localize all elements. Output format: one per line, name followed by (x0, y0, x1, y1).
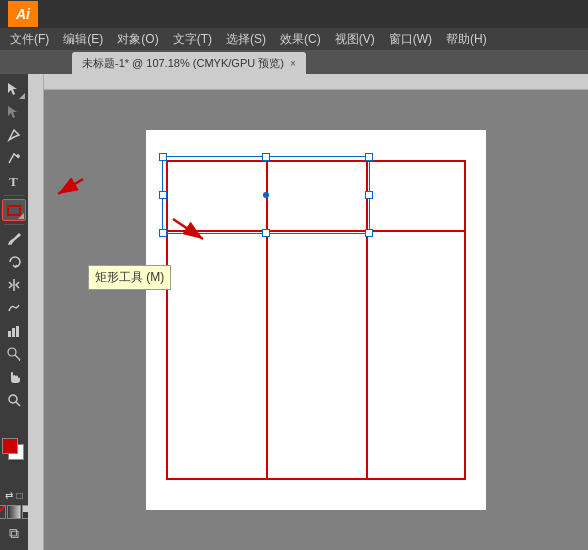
menu-edit[interactable]: 编辑(E) (57, 29, 109, 50)
menu-help[interactable]: 帮助(H) (440, 29, 493, 50)
separator-1 (4, 195, 24, 196)
gradient-icon[interactable] (7, 505, 21, 519)
direct-selection-tool[interactable] (2, 101, 26, 123)
left-toolbar: T (0, 74, 28, 550)
handle-tr[interactable] (365, 153, 373, 161)
tab-title: 未标题-1* @ 107.18% (CMYK/GPU 预览) (82, 56, 284, 71)
svg-rect-5 (8, 331, 11, 337)
tab-bar: 未标题-1* @ 107.18% (CMYK/GPU 预览) × (0, 50, 588, 74)
canvas-area: /* ruler lines */ (28, 74, 588, 550)
tab-close-button[interactable]: × (290, 58, 296, 69)
handle-tc[interactable] (262, 153, 270, 161)
paintbrush-tool[interactable] (2, 228, 26, 250)
menu-select[interactable]: 选择(S) (220, 29, 272, 50)
svg-rect-6 (12, 328, 15, 337)
svg-point-8 (8, 348, 16, 356)
none-fill-icon[interactable] (0, 505, 6, 519)
handle-tl[interactable] (159, 153, 167, 161)
title-bar: Ai (0, 0, 588, 28)
graph-tool[interactable] (2, 320, 26, 342)
add-anchor-tool[interactable] (2, 147, 26, 169)
type-tool[interactable]: T (2, 170, 26, 192)
reflect-tool[interactable] (2, 274, 26, 296)
swatch-container (2, 438, 26, 466)
arrange-layer-icon[interactable]: ⧉ (9, 525, 19, 542)
pen-tool[interactable] (2, 124, 26, 146)
handle-bl[interactable] (159, 229, 167, 237)
main-layout: T (0, 74, 588, 550)
svg-line-12 (16, 402, 20, 406)
menu-file[interactable]: 文件(F) (4, 29, 55, 50)
hand-tool[interactable] (2, 366, 26, 388)
artboard (146, 130, 486, 510)
ruler-top: /* ruler lines */ (28, 74, 588, 90)
selection-tool[interactable] (2, 78, 26, 100)
swap-colors-icon[interactable]: ⇄ (5, 490, 13, 501)
warp-tool[interactable] (2, 297, 26, 319)
ai-logo: Ai (8, 1, 38, 27)
foreground-color-swatch[interactable] (2, 438, 18, 454)
svg-text:T: T (9, 174, 18, 189)
svg-point-11 (9, 395, 17, 403)
menu-bar: 文件(F) 编辑(E) 对象(O) 文字(T) 选择(S) 效果(C) 视图(V… (0, 28, 588, 50)
ruler-left (28, 74, 44, 550)
canvas-background[interactable] (44, 90, 588, 550)
center-point (263, 192, 269, 198)
rectangle-tool[interactable] (2, 199, 26, 221)
menu-text[interactable]: 文字(T) (167, 29, 218, 50)
active-tab[interactable]: 未标题-1* @ 107.18% (CMYK/GPU 预览) × (72, 52, 306, 74)
handle-mr[interactable] (365, 191, 373, 199)
separator-2 (4, 224, 24, 225)
symbol-sprayer-tool[interactable] (2, 343, 26, 365)
menu-effect[interactable]: 效果(C) (274, 29, 327, 50)
handle-bc[interactable] (262, 229, 270, 237)
tooltip: 矩形工具 (M) (88, 265, 171, 290)
default-colors-icon[interactable]: □ (16, 490, 22, 501)
color-area: ⇄ □ ⧉ (0, 438, 28, 546)
handle-br[interactable] (365, 229, 373, 237)
menu-window[interactable]: 窗口(W) (383, 29, 438, 50)
zoom-tool[interactable] (2, 389, 26, 411)
tooltip-text: 矩形工具 (M) (95, 270, 164, 284)
menu-object[interactable]: 对象(O) (111, 29, 164, 50)
menu-view[interactable]: 视图(V) (329, 29, 381, 50)
selection-box (162, 156, 370, 234)
svg-rect-7 (16, 326, 19, 337)
handle-ml[interactable] (159, 191, 167, 199)
rotate-tool[interactable] (2, 251, 26, 273)
